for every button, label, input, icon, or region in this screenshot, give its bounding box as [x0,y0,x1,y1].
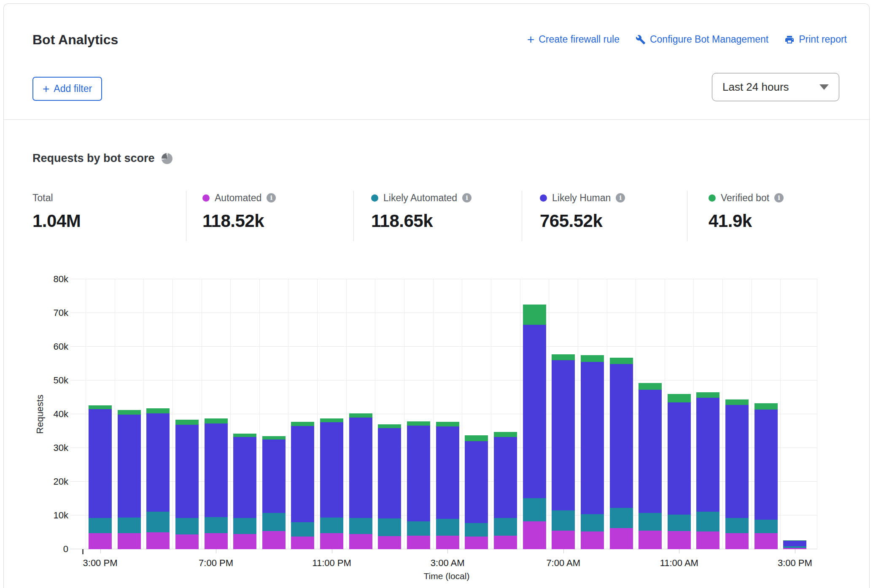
bar-segment-likely-automated[interactable] [610,508,633,528]
action-link-print-report[interactable]: Print report [784,34,847,45]
bar-segment-likely-automated[interactable] [205,517,228,533]
bar-segment-likely-human[interactable] [233,437,256,518]
bar-segment-verified-bot[interactable] [146,408,170,413]
bar-segment-likely-human[interactable] [494,437,517,518]
bar-segment-likely-human[interactable] [205,423,228,517]
bar-segment-likely-automated[interactable] [146,512,170,532]
bar-segment-automated[interactable] [175,534,199,549]
bar-segment-likely-automated[interactable] [668,515,691,531]
bar-segment-verified-bot[interactable] [523,305,546,325]
bar-segment-likely-automated[interactable] [291,522,314,537]
bar-segment-likely-automated[interactable] [581,514,604,532]
bar-segment-verified-bot[interactable] [725,399,749,405]
bar-segment-verified-bot[interactable] [668,394,691,402]
info-icon[interactable]: i [616,193,625,202]
bar-segment-likely-automated[interactable] [89,518,112,533]
bar-segment-likely-automated[interactable] [349,518,372,534]
bar-segment-automated[interactable] [696,531,719,549]
action-link-configure-bot-management[interactable]: Configure Bot Management [636,34,768,45]
bar-segment-likely-human[interactable] [465,441,488,523]
bar-segment-verified-bot[interactable] [205,418,228,423]
info-icon[interactable]: i [462,193,472,202]
action-link-create-firewall-rule[interactable]: +Create firewall rule [527,34,620,45]
bar-segment-likely-automated[interactable] [494,518,517,536]
bar-segment-automated[interactable] [494,536,517,549]
bar-segment-likely-human[interactable] [783,541,806,546]
bar-segment-automated[interactable] [262,531,286,549]
bar-segment-likely-automated[interactable] [320,518,343,533]
bar-segment-verified-bot[interactable] [175,420,199,425]
bar-segment-automated[interactable] [407,536,430,549]
bar-segment-likely-human[interactable] [581,362,604,514]
bar-segment-verified-bot[interactable] [262,436,286,440]
bar-segment-likely-automated[interactable] [783,546,806,548]
bar-segment-likely-human[interactable] [639,390,662,513]
bar-segment-automated[interactable] [523,521,546,549]
bar-segment-automated[interactable] [436,536,459,549]
add-filter-button[interactable]: + Add filter [32,77,102,101]
bar-segment-automated[interactable] [89,533,112,549]
bar-segment-verified-bot[interactable] [552,354,575,360]
bar-segment-automated[interactable] [725,533,749,549]
bar-segment-likely-human[interactable] [696,398,719,512]
bar-segment-likely-human[interactable] [118,415,141,518]
bar-segment-verified-bot[interactable] [407,421,430,426]
bar-segment-verified-bot[interactable] [320,418,343,423]
bar-segment-likely-human[interactable] [552,360,575,510]
time-range-select[interactable]: Last 24 hours [712,73,839,101]
bar-segment-likely-human[interactable] [668,402,691,515]
bar-segment-verified-bot[interactable] [465,435,488,441]
bar-segment-likely-automated[interactable] [754,520,778,534]
bar-segment-automated[interactable] [349,534,372,549]
bar-segment-likely-human[interactable] [175,425,199,518]
bar-segment-automated[interactable] [552,531,575,549]
bar-segment-likely-automated[interactable] [118,518,141,534]
bar-segment-verified-bot[interactable] [436,422,459,426]
bar-segment-likely-automated[interactable] [725,518,749,533]
bar-segment-likely-human[interactable] [291,426,314,522]
bar-segment-automated[interactable] [610,528,633,549]
bar-segment-automated[interactable] [320,533,343,549]
bar-segment-automated[interactable] [465,537,488,549]
bar-segment-automated[interactable] [291,537,314,549]
bar-segment-verified-bot[interactable] [118,410,141,414]
bar-segment-likely-automated[interactable] [175,518,199,534]
bar-segment-automated[interactable] [639,531,662,549]
bar-segment-likely-human[interactable] [436,426,459,519]
bar-segment-likely-human[interactable] [725,405,749,518]
bar-segment-likely-automated[interactable] [552,510,575,531]
bar-segment-likely-human[interactable] [320,422,343,518]
bar-segment-likely-human[interactable] [523,325,546,498]
bar-segment-automated[interactable] [233,534,256,549]
bar-segment-verified-bot[interactable] [291,422,314,426]
bar-segment-automated[interactable] [378,536,401,549]
bar-segment-likely-human[interactable] [610,364,633,508]
bar-segment-likely-human[interactable] [89,409,112,518]
bar-segment-verified-bot[interactable] [639,383,662,390]
bar-segment-verified-bot[interactable] [754,403,778,410]
bar-segment-likely-human[interactable] [378,428,401,518]
info-icon[interactable]: i [774,193,784,202]
bar-segment-automated[interactable] [118,533,141,549]
bar-segment-likely-human[interactable] [146,413,170,512]
bar-segment-verified-bot[interactable] [581,355,604,362]
bar-segment-verified-bot[interactable] [89,405,112,409]
bar-segment-verified-bot[interactable] [349,413,372,418]
bar-segment-likely-human[interactable] [262,440,286,513]
bar-segment-likely-automated[interactable] [639,513,662,531]
bar-segment-likely-automated[interactable] [436,519,459,536]
bar-segment-likely-human[interactable] [407,426,430,521]
bar-segment-likely-automated[interactable] [407,521,430,536]
bar-segment-automated[interactable] [754,533,778,549]
bar-segment-verified-bot[interactable] [233,434,256,437]
bar-segment-likely-automated[interactable] [523,498,546,521]
info-icon[interactable]: i [267,193,276,202]
bar-segment-likely-human[interactable] [754,410,778,520]
bar-segment-likely-human[interactable] [349,418,372,518]
bar-segment-automated[interactable] [146,532,170,549]
bar-segment-verified-bot[interactable] [696,392,719,398]
bar-segment-likely-automated[interactable] [696,512,719,531]
bar-segment-likely-automated[interactable] [233,518,256,534]
bar-segment-likely-automated[interactable] [378,518,401,536]
bar-segment-verified-bot[interactable] [610,358,633,364]
